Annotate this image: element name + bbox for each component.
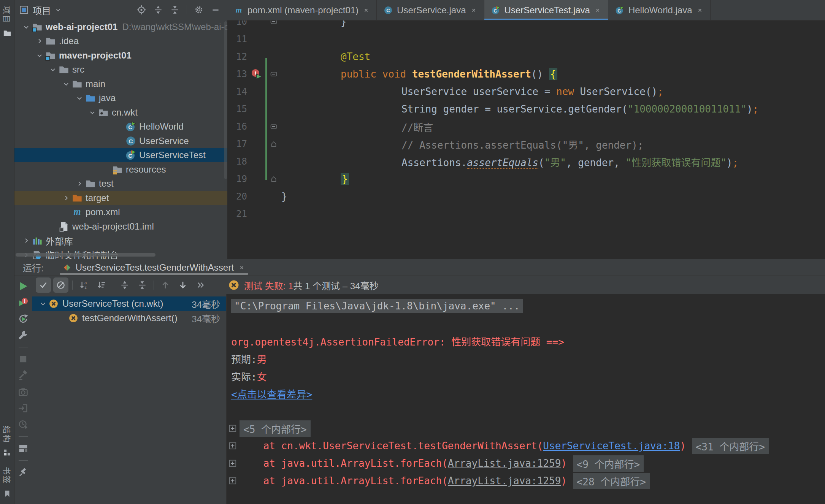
fold-minus-icon[interactable] xyxy=(270,70,278,78)
build-button[interactable] xyxy=(17,369,30,382)
up-button[interactable] xyxy=(158,277,173,293)
chevron-right-icon[interactable] xyxy=(60,192,72,204)
play-button[interactable] xyxy=(17,280,30,293)
tree-row--idea[interactable]: .idea xyxy=(14,34,227,49)
gear-button[interactable] xyxy=(192,3,205,16)
editor-tab-helloworld-java[interactable]: CHelloWorld.java xyxy=(608,0,711,20)
stripe-button-structure[interactable]: 结构 xyxy=(2,426,13,457)
line-number[interactable]: 18 xyxy=(227,156,247,167)
line-number[interactable]: 11 xyxy=(227,34,247,44)
check-toggle-button[interactable] xyxy=(36,277,51,293)
stripe-button-tool-window-folder[interactable]: 项目 xyxy=(2,6,13,37)
expand-icon[interactable] xyxy=(228,477,237,485)
tree-row-userservicetest[interactable]: CUserServiceTest xyxy=(14,148,227,163)
clock-button[interactable] xyxy=(17,418,30,431)
minus-button[interactable] xyxy=(209,3,222,16)
line-number[interactable]: 16 xyxy=(227,121,247,132)
locate-button[interactable] xyxy=(135,3,148,16)
tree-vertical-scrollbar[interactable] xyxy=(224,21,227,179)
line-number[interactable]: 14 xyxy=(227,86,247,97)
tree-row-web-ai-project01-iml[interactable]: web-ai-project01.iml xyxy=(14,219,227,234)
tree-row-main[interactable]: main xyxy=(14,77,227,91)
line-number[interactable]: 15 xyxy=(227,104,247,114)
camera-button[interactable] xyxy=(17,385,30,398)
exit-button[interactable] xyxy=(17,402,30,415)
line-number[interactable]: 20 xyxy=(227,191,247,202)
chevron-down-icon[interactable] xyxy=(21,21,32,33)
stacktrace-link[interactable]: ArrayList.java:1259 xyxy=(448,458,561,469)
collapse-all-button[interactable] xyxy=(168,3,181,16)
chevron-down-icon[interactable] xyxy=(87,107,98,118)
line-number[interactable]: 21 xyxy=(227,209,247,219)
expand-all-button[interactable] xyxy=(117,277,132,293)
tree-row-web-ai-project01[interactable]: web-ai-project01D:\wang\wktSSM\web-ai-co xyxy=(14,20,227,34)
fold-end-icon[interactable] xyxy=(266,175,281,183)
chevron-right-icon[interactable] xyxy=(74,178,85,189)
test-tree-row[interactable]: testGenderWithAssert()34毫秒 xyxy=(32,311,226,325)
chevron-down-icon[interactable] xyxy=(47,64,59,75)
pin-button[interactable] xyxy=(17,466,30,479)
auto-rerun-button[interactable] xyxy=(17,312,30,325)
fold-minus-icon[interactable] xyxy=(270,21,278,25)
fold-minus-icon[interactable] xyxy=(266,70,281,78)
stop-button[interactable] xyxy=(17,353,30,366)
chevron-down-icon[interactable] xyxy=(34,50,45,61)
test-tree-row[interactable]: UserServiceTest (cn.wkt)34毫秒 xyxy=(32,296,226,311)
close-icon[interactable] xyxy=(238,264,245,271)
line-number[interactable]: 17 xyxy=(227,139,247,149)
chevron-down-icon[interactable] xyxy=(60,78,72,90)
tree-row-java[interactable]: java xyxy=(14,91,227,106)
expand-all-button[interactable] xyxy=(152,3,165,16)
chevrons-right-button[interactable] xyxy=(193,277,208,293)
test-results-tree[interactable]: UserServiceTest (cn.wkt)34毫秒testGenderWi… xyxy=(32,294,227,504)
fold-end-icon[interactable] xyxy=(270,140,278,148)
close-icon[interactable] xyxy=(594,7,601,14)
tree-row-maven-project01[interactable]: maven-project01 xyxy=(14,48,227,63)
code-editor[interactable]: 10}1112@Test13!public void testGenderWit… xyxy=(227,21,825,258)
collapse-all-button[interactable] xyxy=(135,277,150,293)
fold-end-icon[interactable] xyxy=(266,140,281,148)
wrench-button[interactable] xyxy=(17,329,30,342)
expand-icon[interactable] xyxy=(228,442,237,450)
editor-tab-userservice-java[interactable]: CUserService.java xyxy=(377,0,484,20)
expand-icon[interactable] xyxy=(228,424,237,433)
tree-row-src[interactable]: src xyxy=(14,63,227,77)
line-number[interactable]: 10 xyxy=(227,21,247,27)
tree-row-helloworld[interactable]: CHelloWorld xyxy=(14,120,227,134)
stripe-button-bookmark[interactable]: 书签 xyxy=(2,467,13,498)
stacktrace-link[interactable]: ArrayList.java:1259 xyxy=(448,475,561,487)
down-button[interactable] xyxy=(175,277,190,293)
close-icon[interactable] xyxy=(696,7,703,14)
layout-button[interactable] xyxy=(17,442,30,455)
chevron-right-icon[interactable] xyxy=(21,235,32,246)
tree-row-cn-wkt[interactable]: cn.wkt xyxy=(14,105,227,120)
tree-row-target[interactable]: target xyxy=(14,191,227,205)
line-number[interactable]: 19 xyxy=(227,174,247,184)
test-fail-gutter-icon[interactable]: ! xyxy=(247,68,266,80)
tree-row--[interactable]: 外部库 xyxy=(14,234,227,248)
line-number[interactable]: 12 xyxy=(227,51,247,62)
sort-alpha-button[interactable]: az xyxy=(76,277,92,293)
chevron-down-icon[interactable] xyxy=(74,92,85,104)
project-tree[interactable]: web-ai-project01D:\wang\wktSSM\web-ai-co… xyxy=(14,20,227,259)
test-fail-gutter-icon[interactable]: ! xyxy=(251,68,262,80)
run-configuration-tab[interactable]: UserServiceTest.testGenderWithAssert xyxy=(57,259,251,276)
editor-tab-pom-xml-maven-project01-[interactable]: mpom.xml (maven-project01) xyxy=(227,0,377,20)
close-icon[interactable] xyxy=(363,7,370,14)
tree-row-test[interactable]: test xyxy=(14,177,227,191)
console-output[interactable]: "C:\Program Files\Java\jdk-1.8\bin\java.… xyxy=(227,294,825,504)
tree-row-userservice[interactable]: CUserService xyxy=(14,134,227,148)
fold-minus-icon[interactable] xyxy=(270,123,278,130)
editor-tab-userservicetest-java[interactable]: CUserServiceTest.java xyxy=(484,0,608,20)
stacktrace-link[interactable]: UserServiceTest.java:18 xyxy=(543,440,680,452)
fold-minus-icon[interactable] xyxy=(266,123,281,130)
line-number[interactable]: 13 xyxy=(227,69,247,79)
tree-row-resources[interactable]: resources xyxy=(14,162,227,177)
expand-icon[interactable] xyxy=(228,459,237,468)
slash-toggle-button[interactable] xyxy=(53,277,68,293)
view-diff-link[interactable]: <点击以查看差异> xyxy=(231,387,312,401)
rerun-failed-button[interactable]: ! xyxy=(17,296,30,309)
chevron-down-icon[interactable] xyxy=(55,6,62,13)
fold-minus-icon[interactable] xyxy=(266,21,281,25)
close-icon[interactable] xyxy=(238,264,245,271)
